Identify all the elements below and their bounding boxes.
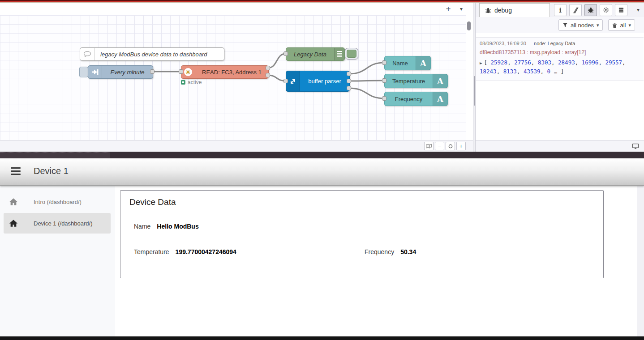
- context-tab-button[interactable]: [615, 4, 627, 16]
- nav-item-label: Intro (/dashboard/): [34, 199, 82, 205]
- temperature-field: Temperature199.77000427246094: [134, 248, 236, 255]
- nav-item-device1[interactable]: Device 1 (/dashboard/): [4, 213, 111, 234]
- text-node-name-label: Name: [385, 60, 416, 67]
- dashboard-sidebar: Intro (/dashboard/) Device 1 (/dashboard…: [0, 186, 115, 336]
- modbus-read-node[interactable]: ✳ READ: FC3, Address 1: [181, 65, 269, 79]
- dashboard-toolbar: Device 1: [0, 158, 644, 186]
- dashboard-body: Intro (/dashboard/) Device 1 (/dashboard…: [0, 186, 637, 336]
- debug-filter-button[interactable]: all nodes ▾: [558, 19, 603, 31]
- canvas-scrollbar-thumb[interactable]: [467, 21, 471, 30]
- comment-bubble-icon: [80, 48, 95, 60]
- debug-payload-values: [ 25928, 27756, 8303, 28493, 16996, 2955…: [480, 59, 626, 75]
- debug-enable-toggle[interactable]: [345, 48, 358, 60]
- debug-node[interactable]: Legacy Data: [286, 47, 345, 61]
- message-payload[interactable]: ▶[ 25928, 27756, 8303, 28493, 16996, 295…: [480, 58, 640, 76]
- text-node-frequency[interactable]: Frequency A: [384, 92, 448, 106]
- text-a-icon: A: [416, 56, 430, 70]
- status-green-icon: [181, 80, 185, 85]
- read-output-port-1[interactable]: [266, 66, 270, 70]
- monitor-icon: [632, 143, 639, 149]
- read-input-port[interactable]: [179, 69, 183, 74]
- book-icon: [572, 7, 579, 13]
- trash-icon: [612, 22, 617, 28]
- parser-output-port-3[interactable]: [347, 86, 351, 90]
- debug-clear-button[interactable]: all ▾: [608, 19, 635, 31]
- funnel-icon: [562, 22, 568, 28]
- filter-caret-icon: ▾: [597, 22, 599, 28]
- modbus-read-label: READ: FC3, Address 1: [195, 69, 268, 76]
- tab-debug[interactable]: debug: [479, 3, 550, 17]
- inject-output-port[interactable]: [150, 69, 155, 74]
- device-data-card: Device Data NameHello ModBus Temperature…: [120, 190, 604, 278]
- name-field: NameHello ModBus: [134, 223, 199, 230]
- card-title: Device Data: [129, 197, 176, 207]
- text-node-name[interactable]: Name A: [384, 56, 431, 70]
- sidebar-footer: [476, 140, 644, 152]
- clear-caret-icon: ▾: [628, 22, 631, 28]
- dashboard-window-tab: [0, 152, 110, 158]
- tab-debug-label: debug: [494, 7, 512, 14]
- payload-expand-icon[interactable]: ▶: [480, 61, 482, 65]
- add-flow-button[interactable]: +: [442, 4, 454, 14]
- debug-lines-icon: [334, 48, 344, 60]
- zoom-reset-button[interactable]: [446, 142, 455, 150]
- workspace-tabbar: + ▾: [0, 3, 473, 15]
- debug-tab-button[interactable]: [584, 4, 597, 16]
- inject-node[interactable]: Every minute: [88, 65, 153, 79]
- dashboard-page-title: Device 1: [34, 166, 69, 176]
- comment-node-label: legacy ModBus device data to dashboard: [95, 51, 207, 58]
- navigator-map-button[interactable]: [424, 142, 434, 150]
- text-temperature-input-port[interactable]: [382, 78, 386, 83]
- debug-clear-label: all: [620, 22, 626, 29]
- menu-toggle-button[interactable]: [11, 167, 21, 175]
- frequency-field: Frequency50.34: [365, 248, 416, 255]
- sidebar-divider-handle[interactable]: [474, 76, 475, 106]
- text-node-temperature[interactable]: Temperature A: [384, 74, 448, 88]
- inject-node-label: Every minute: [102, 69, 153, 76]
- comment-node[interactable]: legacy ModBus device data to dashboard: [80, 47, 224, 61]
- message-timestamp: 08/09/2023, 16:09:30: [480, 41, 526, 46]
- temperature-value: 199.77000427246094: [176, 248, 236, 255]
- debug-input-port[interactable]: [283, 51, 288, 56]
- read-output-port-2[interactable]: [266, 73, 270, 77]
- zoom-out-button[interactable]: −: [435, 142, 444, 150]
- inject-arrow-icon: [88, 66, 102, 78]
- flow-editor: + ▾: [0, 3, 644, 152]
- home-icon: [9, 219, 18, 227]
- debug-message-list[interactable]: 08/09/2023, 16:09:30 node: Legacy Data d…: [476, 33, 644, 140]
- status-text: active: [188, 79, 202, 85]
- sidebar-menu-caret-icon[interactable]: ▾: [637, 7, 640, 13]
- help-tab-button[interactable]: [569, 4, 582, 16]
- nav-item-intro[interactable]: Intro (/dashboard/): [0, 191, 115, 212]
- debug-sidebar: debug i ▾: [476, 3, 644, 152]
- modbus-icon: ✳: [181, 66, 195, 78]
- text-a-icon: A: [433, 74, 447, 88]
- config-tab-button[interactable]: [600, 4, 612, 16]
- info-tab-button[interactable]: i: [554, 4, 567, 16]
- nav-item-label: Device 1 (/dashboard/): [34, 220, 93, 227]
- frequency-value: 50.34: [400, 248, 416, 255]
- name-label: Name: [134, 223, 150, 230]
- buffer-parser-node[interactable]: buffer parser: [286, 71, 350, 92]
- window-bottom-edge: [0, 336, 644, 340]
- inject-trigger-button[interactable]: [79, 67, 88, 77]
- parser-input-port[interactable]: [283, 79, 288, 83]
- sidebar-tabbar: debug i ▾: [476, 3, 644, 17]
- text-node-temperature-label: Temperature: [385, 78, 433, 85]
- canvas-scrollbar-track[interactable]: [466, 15, 473, 140]
- debug-message[interactable]: 08/09/2023, 16:09:30 node: Legacy Data d…: [476, 37, 644, 81]
- buffer-parser-label: buffer parser: [300, 78, 349, 85]
- frequency-label: Frequency: [365, 248, 394, 255]
- text-name-input-port[interactable]: [382, 60, 386, 65]
- gear-icon: [603, 7, 610, 13]
- name-value: Hello ModBus: [157, 223, 198, 230]
- flow-list-caret-icon[interactable]: ▾: [457, 5, 466, 13]
- parser-output-port-2[interactable]: [347, 79, 351, 83]
- zoom-in-button[interactable]: +: [456, 142, 466, 150]
- debug-filter-label: all nodes: [571, 22, 594, 29]
- parser-output-port-1[interactable]: [347, 72, 351, 76]
- text-frequency-input-port[interactable]: [382, 96, 386, 101]
- text-a-icon: A: [433, 92, 447, 106]
- open-debug-window-button[interactable]: [631, 142, 640, 150]
- message-meta: df8ecbd817357113 : msg.payload : array[1…: [480, 49, 640, 55]
